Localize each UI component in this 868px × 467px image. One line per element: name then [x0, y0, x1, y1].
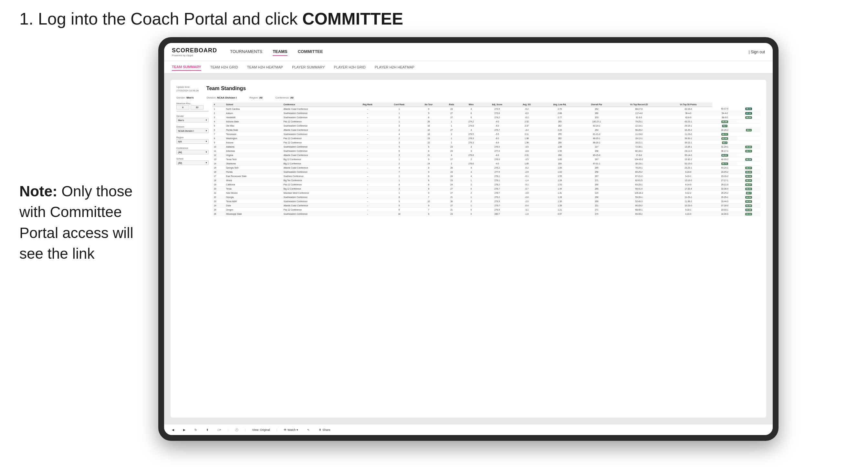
table-row: 21New MexicoMountain West Conference–192… — [213, 191, 761, 195]
filter-division-label: Division — [176, 126, 209, 128]
toolbar-sep3: | — [277, 428, 277, 432]
toolbar-cursor[interactable]: ↖ — [305, 427, 312, 432]
toolbar-share-up[interactable]: ⬆ — [204, 427, 211, 432]
sign-out-btn[interactable]: | Sign out — [749, 50, 765, 54]
col-no-tour: No Tour — [415, 102, 442, 107]
table-row: 4Arizona StatePac-12 Conference–1261274.… — [213, 120, 761, 124]
filter-group-gender: Gender Men's▾ — [176, 115, 209, 122]
division-label: Division: — [207, 96, 216, 99]
table-row: 25OregonPac-12 Conference–57210279.5-3.1… — [213, 208, 761, 212]
filter-group-region: Region N/A▾ — [176, 136, 209, 144]
conference-value: All — [290, 96, 293, 99]
table-row: 7TennesseeSoutheastern Conference–418227… — [213, 132, 761, 136]
subnav-team-h2h-grid[interactable]: TEAM H2H GRID — [210, 64, 238, 70]
table-row: 9ArizonaPac-12 Conference–3221276.3-6.61… — [213, 141, 761, 145]
subnav: TEAM SUMMARY TEAM H2H GRID TEAM H2H HEAT… — [164, 61, 773, 73]
region-label: Region: — [250, 96, 259, 99]
logo-area: SCOREBOARD Powered by clippd — [172, 47, 217, 57]
content-body: Minimum Rou... 4 30 Gender Men's▾ — [176, 102, 761, 403]
table-row: 3VanderbiltSoutheastern Conference–28276… — [213, 115, 761, 120]
col-vs-top-25: Vs Top Record 25 — [614, 102, 664, 107]
table-row: 19CaliforniaPac-12 Conference–48242278.2… — [213, 183, 761, 187]
nav-item-teams[interactable]: TEAMS — [273, 48, 287, 56]
range-slider[interactable] — [176, 111, 209, 112]
table-row: 22GeorgiaSoutheastern Conference–8721127… — [213, 195, 761, 199]
col-conference: Conference — [282, 102, 352, 107]
logo-text: SCOREBOARD — [172, 47, 217, 54]
region-value: All — [259, 96, 262, 99]
toolbar-share[interactable]: ⬆ Share — [316, 427, 333, 432]
toolbar-back[interactable]: ◀ — [169, 427, 177, 432]
toolbar-watch[interactable]: 👁 Watch ▾ — [281, 427, 301, 432]
table-row: 2AuburnSoutheastern Conference–19276273.… — [213, 111, 761, 115]
filter-school-select[interactable]: (All)▾ — [176, 160, 209, 165]
filter-region-label: Region — [176, 136, 209, 138]
filter-gender-select[interactable]: Men's▾ — [176, 118, 209, 122]
col-overall-par: Overall Par — [580, 102, 614, 107]
table-row: 1North CarolinaAtlantic Coast Conference… — [213, 107, 761, 111]
update-time-value: 27/03/2024 16:56:26 — [176, 89, 199, 93]
subnav-player-h2h-grid[interactable]: PLAYER H2H GRID — [334, 64, 366, 70]
filter-min-round-label: Minimum Rou... — [176, 102, 209, 105]
table-row: 13Texas TechBig 12 Conference–19272276.0… — [213, 157, 761, 161]
subnav-player-h2h-heatmap[interactable]: PLAYER H2H HEATMAP — [375, 64, 414, 70]
table-row: 15Georgia TechAtlantic Coast Conference–… — [213, 166, 761, 170]
table-row: 17East Tennessee StateSouthern Conferenc… — [213, 174, 761, 178]
table-row: 14OklahomaBig 12 Conference–2242276.6-4.… — [213, 161, 761, 166]
division-value: NCAA Division I — [217, 96, 237, 99]
gender-label: Gender: — [176, 96, 186, 99]
col-conf-rank: Conf Rank — [383, 102, 415, 107]
table-row: 23Texas A&MSoutheastern Conference–91030… — [213, 199, 761, 204]
table-row: 26Mississippi StateSoutheastern Conferen… — [213, 212, 761, 216]
toolbar-sep1: | — [228, 428, 228, 432]
nav-item-tournaments[interactable]: TOURNAMENTS — [230, 48, 262, 56]
table-row: 6Florida StateAtlantic Coast Conference–… — [213, 128, 761, 132]
instruction-step: 1. Log into the Coach Portal and click C… — [20, 9, 403, 28]
table-row: 16FloridaSoutheastern Conference–7924427… — [213, 170, 761, 174]
conference-label: Conference: — [276, 96, 290, 99]
filter-group-min-round: Minimum Rou... 4 30 — [176, 102, 209, 112]
note-text: Note: Only those with Committee Portal a… — [20, 181, 145, 264]
toolbar-sep2: | — [245, 428, 246, 432]
toolbar-forward[interactable]: ▶ — [181, 427, 188, 432]
panel-header: Update time: 27/03/2024 16:56:26 Team St… — [176, 86, 761, 92]
table-row: 18IllinoisBig Ten Conference–18231279.1-… — [213, 178, 761, 183]
toolbar-view-original[interactable]: View: Original — [249, 427, 272, 432]
nav-items: TOURNAMENTS TEAMS COMMITTEE — [230, 48, 748, 56]
filter-min-input[interactable]: 4 — [176, 105, 189, 110]
subnav-team-summary[interactable]: TEAM SUMMARY — [172, 64, 201, 71]
filter-gender: Gender: Men's — [176, 96, 194, 99]
subnav-player-summary[interactable]: PLAYER SUMMARY — [292, 64, 325, 70]
col-rnds: Rnds — [442, 102, 462, 107]
filter-gender-label: Gender — [176, 115, 209, 117]
col-vs-top-50: Vs Top 50 Points — [664, 102, 713, 107]
filter-row: Gender: Men's Division: NCAA Division I … — [176, 96, 761, 99]
table-area: # School Conference Reg Rank Conf Rank N… — [213, 102, 761, 403]
table-row: 8WashingtonPac-12 Conference–2231276.3-6… — [213, 136, 761, 141]
table-row: 24DukeAtlantic Coast Conference–59271279… — [213, 204, 761, 208]
bottom-toolbar: ◀ ▶ ↻ ⬆ □+ | 🕐 | View: Original | 👁 Watc… — [164, 424, 773, 435]
filter-division: Division: NCAA Division I — [207, 96, 237, 99]
toolbar-bookmark[interactable]: □+ — [215, 427, 224, 432]
table-row: 5Ole MissSoutheastern Conference–3161274… — [213, 124, 761, 128]
filter-group-division: Division NCAA Division I▾ — [176, 126, 209, 133]
main-content: Update time: 27/03/2024 16:56:26 Team St… — [164, 73, 773, 424]
gender-value: Men's — [186, 96, 193, 99]
col-reg-rank: Reg Rank — [352, 102, 383, 107]
subnav-team-h2h-heatmap[interactable]: TEAM H2H HEATMAP — [247, 64, 283, 70]
nav-item-committee[interactable]: COMMITTEE — [298, 48, 323, 56]
toolbar-clock[interactable]: 🕐 — [232, 427, 241, 432]
col-avg-low: Avg. Low Rd. — [540, 102, 580, 107]
filter-region-select[interactable]: N/A▾ — [176, 139, 209, 144]
filter-division-select[interactable]: NCAA Division I▾ — [176, 128, 209, 133]
logo-sub: Powered by clippd — [172, 54, 217, 57]
filter-max-input[interactable]: 30 — [191, 105, 204, 110]
col-wins: Wins — [461, 102, 481, 107]
filter-group-conference: Conference (All)▾ — [176, 147, 209, 154]
col-avg-sg: Avg. SG — [513, 102, 540, 107]
filter-conference-select[interactable]: (All)▾ — [176, 150, 209, 154]
filter-conference: Conference: All — [276, 96, 293, 99]
sidebar-filters: Minimum Rou... 4 30 Gender Men's▾ — [176, 102, 209, 403]
filter-group-school: School (All)▾ — [176, 158, 209, 165]
toolbar-refresh[interactable]: ↻ — [192, 427, 199, 432]
